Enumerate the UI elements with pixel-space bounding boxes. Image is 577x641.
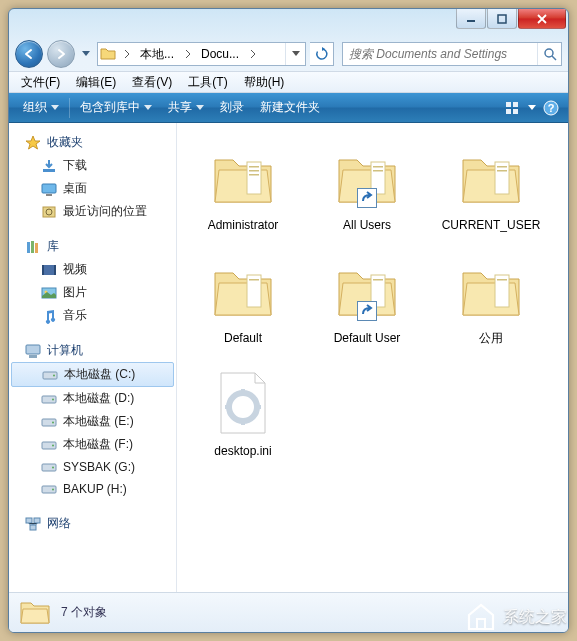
sidebar-desktop[interactable]: 桌面 xyxy=(9,177,176,200)
svg-rect-51 xyxy=(249,279,259,281)
breadcrumb[interactable]: 本地... Docu... xyxy=(97,42,306,66)
tool-organize[interactable]: 组织 xyxy=(15,95,67,120)
toolbar: 组织 包含到库中 共享 刻录 新建文件夹 ? xyxy=(9,93,568,123)
settings-file-icon xyxy=(207,368,279,440)
folder-icon xyxy=(207,255,279,327)
svg-rect-23 xyxy=(26,345,40,354)
sidebar-drive-d[interactable]: 本地磁盘 (D:) xyxy=(9,387,176,410)
drive-icon xyxy=(41,391,57,407)
chevron-right-icon[interactable] xyxy=(120,43,134,65)
svg-rect-19 xyxy=(42,265,44,275)
breadcrumb-seg-1[interactable]: 本地... xyxy=(134,43,181,65)
svg-rect-45 xyxy=(373,166,383,168)
drive-icon xyxy=(41,459,57,475)
explorer-window: 本地... Docu... 文件(F) 编辑(E) 查看(V) 工具(T) 帮助… xyxy=(8,8,569,633)
svg-point-28 xyxy=(52,398,54,400)
folder-icon xyxy=(100,45,118,63)
svg-point-2 xyxy=(545,49,553,57)
svg-rect-16 xyxy=(31,241,34,253)
sidebar-recent[interactable]: 最近访问的位置 xyxy=(9,200,176,223)
maximize-button[interactable] xyxy=(487,9,517,29)
menu-view[interactable]: 查看(V) xyxy=(124,72,180,93)
menu-edit[interactable]: 编辑(E) xyxy=(68,72,124,93)
shortcut-arrow-icon xyxy=(357,301,377,321)
folder-shortcut-item[interactable]: Default User xyxy=(309,248,425,353)
sidebar-drive-h[interactable]: BAKUP (H:) xyxy=(9,478,176,500)
search-input[interactable] xyxy=(343,47,537,61)
tool-share[interactable]: 共享 xyxy=(160,95,212,120)
svg-point-26 xyxy=(53,374,55,376)
folder-icon xyxy=(19,597,51,629)
body: 收藏夹 下载 桌面 最近访问的位置 库 视频 图片 音乐 计算机 本地磁盘 (C… xyxy=(9,123,568,592)
sidebar-drive-f[interactable]: 本地磁盘 (F:) xyxy=(9,433,176,456)
tool-burn[interactable]: 刻录 xyxy=(212,95,252,120)
folder-item[interactable]: CURRENT_USER xyxy=(433,135,549,240)
nav-row: 本地... Docu... xyxy=(9,37,568,71)
svg-rect-11 xyxy=(42,184,56,193)
svg-rect-24 xyxy=(29,355,37,358)
drive-icon xyxy=(41,481,57,497)
folder-icon xyxy=(455,255,527,327)
svg-rect-12 xyxy=(46,194,52,196)
sidebar-drive-c[interactable]: 本地磁盘 (C:) xyxy=(11,362,174,387)
svg-point-36 xyxy=(52,489,54,491)
drive-icon xyxy=(41,414,57,430)
svg-rect-0 xyxy=(467,20,475,22)
back-button[interactable] xyxy=(15,40,43,68)
sidebar-downloads[interactable]: 下载 xyxy=(9,154,176,177)
statusbar: 7 个对象 xyxy=(9,592,568,632)
close-button[interactable] xyxy=(518,9,566,29)
folder-icon xyxy=(331,255,403,327)
sidebar-pictures[interactable]: 图片 xyxy=(9,281,176,304)
drive-icon xyxy=(41,437,57,453)
folder-item[interactable]: Administrator xyxy=(185,135,301,240)
tool-newfolder[interactable]: 新建文件夹 xyxy=(252,95,328,120)
svg-rect-60 xyxy=(255,405,261,409)
svg-rect-17 xyxy=(35,243,38,253)
breadcrumb-dropdown[interactable] xyxy=(285,43,305,65)
search-box[interactable] xyxy=(342,42,562,66)
sidebar-favorites[interactable]: 收藏夹 xyxy=(9,131,176,154)
chevron-right-icon[interactable] xyxy=(181,43,195,65)
shortcut-arrow-icon xyxy=(357,188,377,208)
svg-rect-10 xyxy=(43,169,55,172)
titlebar xyxy=(9,9,568,37)
menubar: 文件(F) 编辑(E) 查看(V) 工具(T) 帮助(H) xyxy=(9,71,568,93)
recent-icon xyxy=(41,204,57,220)
menu-tools[interactable]: 工具(T) xyxy=(180,72,235,93)
menu-file[interactable]: 文件(F) xyxy=(13,72,68,93)
tool-include[interactable]: 包含到库中 xyxy=(72,95,160,120)
sidebar-drive-e[interactable]: 本地磁盘 (E:) xyxy=(9,410,176,433)
help-icon[interactable]: ? xyxy=(540,97,562,119)
folder-shortcut-item[interactable]: All Users xyxy=(309,135,425,240)
breadcrumb-seg-2[interactable]: Docu... xyxy=(195,43,246,65)
content-pane: Administrator All Users CURRENT_USER Def… xyxy=(177,123,568,592)
search-icon[interactable] xyxy=(537,43,561,65)
folder-item[interactable]: 公用 xyxy=(433,248,549,353)
svg-rect-7 xyxy=(513,109,518,114)
ini-file-item[interactable]: desktop.ini xyxy=(185,361,301,466)
sidebar-network[interactable]: 网络 xyxy=(9,512,176,535)
chevron-right-icon[interactable] xyxy=(246,43,260,65)
svg-rect-46 xyxy=(373,170,383,172)
sidebar-libraries[interactable]: 库 xyxy=(9,235,176,258)
svg-rect-55 xyxy=(497,279,507,281)
svg-rect-59 xyxy=(225,405,231,409)
svg-rect-39 xyxy=(30,525,36,530)
view-options-button[interactable] xyxy=(502,97,524,119)
folder-item[interactable]: Default xyxy=(185,248,301,353)
forward-button[interactable] xyxy=(47,40,75,68)
star-icon xyxy=(25,135,41,151)
svg-line-3 xyxy=(552,56,556,60)
sidebar-drive-g[interactable]: SYSBAK (G:) xyxy=(9,456,176,478)
refresh-button[interactable] xyxy=(310,42,334,66)
sidebar-videos[interactable]: 视频 xyxy=(9,258,176,281)
menu-help[interactable]: 帮助(H) xyxy=(236,72,293,93)
chevron-down-icon[interactable] xyxy=(528,105,536,110)
sidebar-computer[interactable]: 计算机 xyxy=(9,339,176,362)
minimize-button[interactable] xyxy=(456,9,486,29)
nav-history-dropdown[interactable] xyxy=(79,45,93,63)
svg-rect-42 xyxy=(249,170,259,172)
network-icon xyxy=(25,516,41,532)
sidebar-music[interactable]: 音乐 xyxy=(9,304,176,327)
